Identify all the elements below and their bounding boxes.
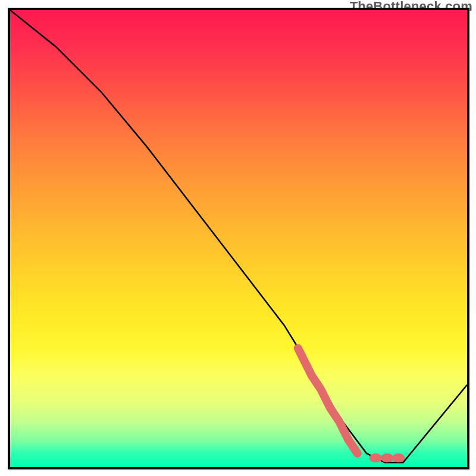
chart-frame [8,8,469,469]
highlight-dot [369,453,383,462]
chart-highlight-dots [369,453,405,462]
chart-plot [10,10,467,467]
chart-curve [10,10,467,462]
highlight-dot [381,453,394,462]
highlight-dot [392,453,405,462]
chart-highlight-segment [298,348,358,453]
